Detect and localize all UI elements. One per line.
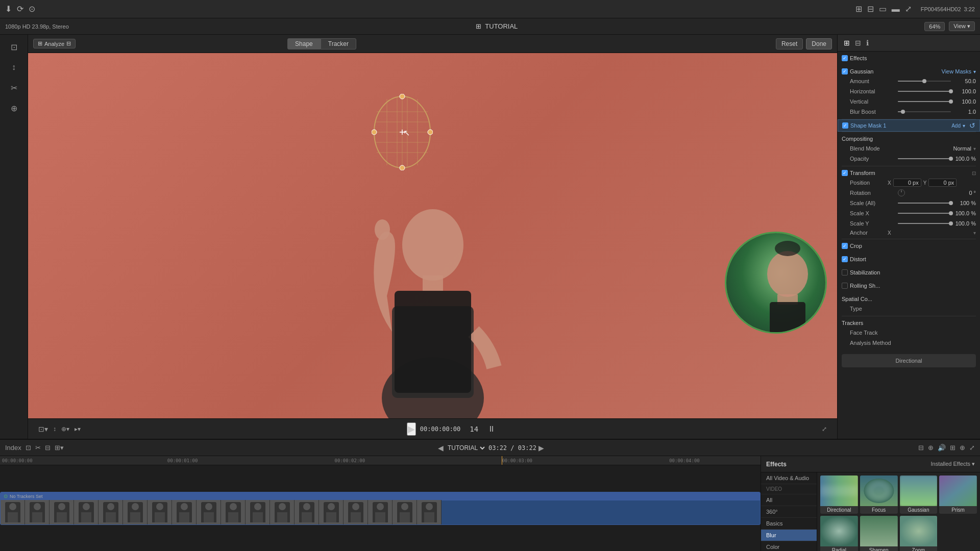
timeline-nav: ◀ TUTORIAL 03:22 / 03:22 ▶	[438, 444, 544, 452]
crop-header[interactable]: Crop	[838, 241, 980, 251]
blur-boost-slider[interactable]	[898, 111, 951, 112]
view-masks-btn[interactable]: View Masks	[942, 68, 971, 74]
video-viewport[interactable]: ↖	[28, 53, 837, 418]
nav-prev[interactable]: ◀	[438, 444, 444, 452]
nav-next[interactable]: ▶	[538, 444, 544, 452]
view-button[interactable]: View ▾	[949, 21, 975, 31]
sidebar-tool-2[interactable]: ↕	[5, 58, 23, 77]
amount-slider[interactable]	[898, 81, 951, 82]
video-area: ⊞ Analyze ⊟ Shape Tracker Reset Done	[28, 35, 837, 439]
ctrl-audio[interactable]: 🔊	[938, 444, 946, 452]
effects-tab-icon[interactable]: ⊞	[842, 38, 852, 48]
stabilization-checkbox[interactable]	[842, 269, 848, 276]
shape-mask-header[interactable]: Shape Mask 1 Add ▾ ↺	[838, 119, 980, 132]
tracker-button[interactable]: Tracker	[321, 38, 356, 49]
import-icon[interactable]: ⬇	[5, 4, 12, 14]
media-icon[interactable]: ⟳	[17, 4, 23, 14]
ctrl-more[interactable]: ⊞▾	[55, 444, 64, 452]
connection-icon[interactable]: ⊞	[855, 4, 862, 14]
cat-basics[interactable]: Basics	[761, 518, 817, 530]
expand-icon[interactable]: ⤢	[905, 4, 912, 14]
installed-effects-badge[interactable]: Installed Effects ▾	[930, 461, 975, 467]
view-masks-chevron[interactable]: ▾	[973, 69, 976, 74]
playback-tool-3[interactable]: ⊕▾	[61, 425, 69, 433]
ctrl-expand[interactable]: ⤢	[969, 444, 975, 452]
ctrl-snap[interactable]: ⊡	[26, 444, 31, 452]
position-x-input[interactable]	[893, 179, 921, 187]
vertical-slider[interactable]	[898, 101, 951, 102]
clip-select[interactable]: TUTORIAL	[446, 444, 486, 452]
rotation-dial[interactable]	[898, 189, 905, 196]
transform-expand-icon[interactable]: ⊡	[972, 170, 976, 176]
trackers-header[interactable]: Trackers	[838, 318, 980, 328]
spatial-header[interactable]: Spatial Co...	[838, 294, 980, 304]
zoom-control[interactable]: 64%	[924, 22, 945, 31]
done-button[interactable]: Done	[806, 38, 832, 49]
add-chevron[interactable]: ▾	[963, 123, 965, 129]
distort-checkbox[interactable]	[842, 256, 848, 262]
cat-color[interactable]: Color	[761, 541, 817, 551]
ctrl-cut[interactable]: ✂	[35, 444, 41, 452]
filters-tab-icon[interactable]: ⊟	[853, 38, 863, 48]
gaussian-header[interactable]: Gaussian View Masks ▾	[838, 67, 980, 76]
effect-zoom[interactable]: Zoom	[900, 516, 938, 551]
effects-section: Effects	[838, 52, 980, 65]
playback-tool-4[interactable]: ▸▾	[75, 425, 81, 433]
fullscreen-btn[interactable]: ⤢	[822, 425, 827, 433]
track-clip[interactable]: ⊙ No Trackers Set FP004564HD02	[0, 492, 761, 525]
gaussian-checkbox[interactable]	[842, 68, 848, 74]
status-icon[interactable]: ⊙	[29, 4, 35, 14]
scale-y-slider[interactable]	[898, 223, 951, 224]
position-y-input[interactable]	[928, 179, 957, 187]
distort-header[interactable]: Distort	[838, 255, 980, 264]
effect-radial[interactable]: Radial	[820, 516, 858, 551]
playback-tool-2[interactable]: ↕	[53, 425, 56, 433]
analyze-control[interactable]: ⊞ Analyze ⊟	[33, 39, 76, 48]
transform-checkbox[interactable]	[842, 170, 848, 176]
effect-directional[interactable]: Directional	[820, 475, 858, 514]
layout-icon[interactable]: ▬	[892, 5, 900, 14]
effects-checkbox[interactable]	[842, 55, 848, 61]
mask-checkbox[interactable]	[842, 122, 848, 129]
cat-360[interactable]: 360°	[761, 506, 817, 518]
opacity-slider[interactable]	[898, 158, 951, 159]
blend-mode-arrow[interactable]: ▾	[973, 146, 976, 152]
ctrl-add[interactable]: ⊕	[960, 444, 965, 452]
effects-header[interactable]: Effects	[838, 54, 980, 63]
anchor-arrow[interactable]: ▾	[973, 230, 976, 236]
ctrl-settings[interactable]: ⊞	[950, 444, 955, 452]
transform-header[interactable]: Transform ⊡	[838, 168, 980, 178]
play-button[interactable]: ▶	[407, 422, 416, 436]
info-tab-icon[interactable]: ℹ	[864, 38, 871, 48]
horizontal-slider[interactable]	[898, 91, 951, 92]
sidebar-tool-1[interactable]: ⊡	[5, 38, 23, 56]
ctrl-zoom-out[interactable]: ⊟	[918, 444, 924, 452]
effect-prism[interactable]: Prism	[939, 475, 977, 514]
head-tracker[interactable]: ↖	[372, 94, 433, 170]
add-mask-btn[interactable]: Add	[951, 123, 961, 129]
ctrl-trim[interactable]: ⊟	[45, 444, 51, 452]
rolling-shutter-header[interactable]: Rolling Sh...	[838, 281, 980, 290]
mask-refresh-icon[interactable]: ↺	[969, 121, 975, 130]
ctrl-zoom-in[interactable]: ⊕	[928, 444, 934, 452]
effect-focus[interactable]: Focus	[860, 475, 898, 514]
grid-icon[interactable]: ⊟	[867, 4, 874, 14]
cat-blur[interactable]: Blur	[761, 530, 817, 541]
shape-button[interactable]: Shape	[287, 38, 321, 49]
keyboard-icon[interactable]: ▭	[879, 4, 887, 14]
sidebar-tool-3[interactable]: ✂	[5, 79, 23, 97]
stabilization-header[interactable]: Stabilization	[838, 268, 980, 277]
sidebar-tool-4[interactable]: ⊕	[5, 99, 23, 117]
scale-x-slider[interactable]	[898, 213, 951, 214]
cat-all[interactable]: All	[761, 494, 817, 506]
rolling-shutter-checkbox[interactable]	[842, 283, 848, 289]
scale-all-slider[interactable]	[898, 203, 951, 204]
crop-checkbox[interactable]	[842, 243, 848, 249]
effect-gaussian[interactable]: Gaussian	[900, 475, 938, 514]
compositing-header[interactable]: Compositing	[838, 134, 980, 143]
thumb-18	[417, 500, 442, 524]
reset-button[interactable]: Reset	[776, 38, 803, 49]
effect-sharpen[interactable]: Sharpen	[860, 516, 898, 551]
tool-select[interactable]: ⊡▾	[38, 425, 48, 433]
cat-all-video[interactable]: All Video & Audio	[761, 472, 817, 484]
